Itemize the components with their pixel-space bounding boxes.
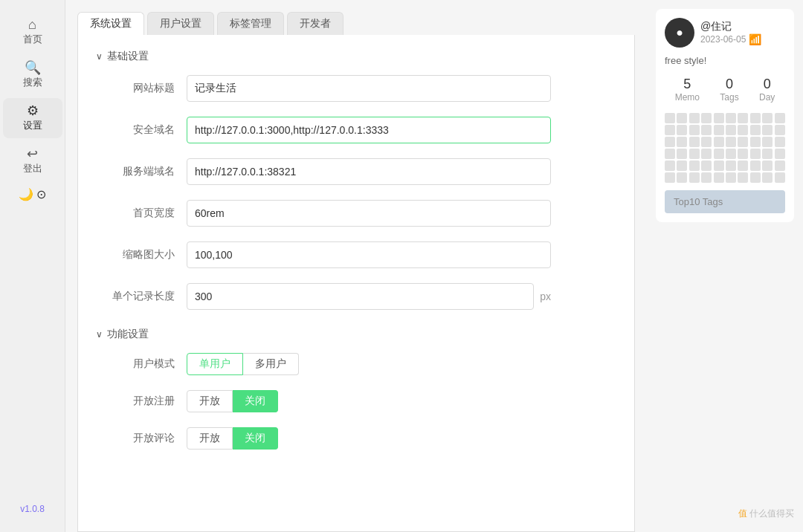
calendar-dot <box>738 113 748 123</box>
label-record-length: 单个记录长度 <box>108 290 175 303</box>
user-mode-toggle: 单用户 多用户 <box>187 353 299 375</box>
record-length-field-wrapper: px <box>187 283 551 310</box>
field-open-comments: 开放评论 开放 关闭 <box>96 427 616 450</box>
calendar-dot <box>665 160 675 171</box>
calendar-dot <box>726 113 736 123</box>
calendar-dot <box>665 172 675 183</box>
calendar-dot <box>714 160 724 171</box>
top10-tags-badge: Top10 Tags <box>665 190 785 213</box>
input-thumbnail-size[interactable] <box>187 241 551 268</box>
stat-memo: 5 Memo <box>675 77 700 103</box>
user-header: ● @住记 2023-06-05 📶 <box>665 18 785 48</box>
registration-toggle: 开放 关闭 <box>187 390 278 412</box>
calendar-dot <box>762 113 773 123</box>
calendar-dot <box>775 172 785 183</box>
tabs-bar: 系统设置 用户设置 标签管理 开发者 <box>65 0 647 35</box>
calendar-dot <box>677 149 687 159</box>
calendar-dot <box>738 160 748 171</box>
label-open-comments: 开放评论 <box>108 432 175 445</box>
label-open-registration: 开放注册 <box>108 395 175 408</box>
user-info: @住记 2023-06-05 📶 <box>700 20 761 45</box>
label-secure-domain: 安全域名 <box>108 123 175 137</box>
calendar-dot <box>714 137 724 147</box>
calendar-dot <box>762 125 773 135</box>
calendar-dot <box>677 137 687 147</box>
home-icon: ⌂ <box>28 18 36 31</box>
calendar-dot <box>665 149 675 159</box>
calendar-dot <box>750 137 761 147</box>
calendar-dot <box>750 172 761 183</box>
btn-multi-user[interactable]: 多用户 <box>243 353 299 375</box>
calendar-dot <box>689 113 700 123</box>
calendar-dot <box>726 149 736 159</box>
calendar-dot <box>738 125 748 135</box>
settings-icon: ⚙ <box>27 104 39 117</box>
watermark: 值 什么值得买 <box>656 505 794 523</box>
sidebar-item-home[interactable]: ⌂ 首页 <box>3 12 62 52</box>
sidebar: ⌂ 首页 🔍 搜索 ⚙ 设置 ↩ 登出 🌙 ⊙ v1.0.8 <box>0 0 65 532</box>
calendar-dot <box>677 113 687 123</box>
calendar-dot <box>701 137 712 147</box>
btn-comments-close[interactable]: 关闭 <box>233 427 278 450</box>
label-user-mode: 用户模式 <box>108 357 175 371</box>
field-secure-domain: 安全域名 <box>96 117 616 143</box>
btn-single-user[interactable]: 单用户 <box>187 353 243 375</box>
field-user-mode: 用户模式 单用户 多用户 <box>96 353 616 375</box>
calendar-dot <box>750 113 761 123</box>
calendar-dot <box>762 172 773 183</box>
calendar-dot <box>665 113 675 123</box>
input-record-length[interactable] <box>187 283 534 310</box>
calendar-dot <box>775 137 785 147</box>
settings-panel: ∨ 基础设置 网站标题 安全域名 服务端域名 首页宽度 缩略图大小 <box>77 35 635 532</box>
tab-tag-management[interactable]: 标签管理 <box>217 12 284 35</box>
user-bio: free style! <box>665 52 785 69</box>
btn-registration-open[interactable]: 开放 <box>187 390 233 412</box>
calendar-dot <box>775 149 785 159</box>
calendar-grid <box>665 110 785 186</box>
calendar-dot <box>714 125 724 135</box>
calendar-dot <box>750 160 761 171</box>
comments-toggle: 开放 关闭 <box>187 427 278 450</box>
tab-developer[interactable]: 开发者 <box>287 12 344 35</box>
px-suffix: px <box>540 291 551 302</box>
input-home-width[interactable] <box>187 200 551 227</box>
sidebar-item-search[interactable]: 🔍 搜索 <box>3 55 62 95</box>
chevron-down-icon-2: ∨ <box>96 329 103 340</box>
input-secure-domain[interactable] <box>187 117 551 143</box>
avatar: ● <box>665 18 694 48</box>
field-open-registration: 开放注册 开放 关闭 <box>96 390 616 412</box>
app-version: v1.0.8 <box>20 504 45 520</box>
calendar-dot <box>665 125 675 135</box>
calendar-dot <box>689 149 700 159</box>
calendar-dot <box>775 113 785 123</box>
basic-settings-section-title[interactable]: ∨ 基础设置 <box>96 50 616 63</box>
calendar-dot <box>750 149 761 159</box>
btn-registration-close[interactable]: 关闭 <box>233 390 278 412</box>
btn-comments-open[interactable]: 开放 <box>187 427 233 450</box>
sidebar-label-search: 搜索 <box>23 76 42 89</box>
sidebar-label-logout: 登出 <box>23 162 42 175</box>
tab-system-settings[interactable]: 系统设置 <box>77 12 144 35</box>
calendar-dot <box>714 149 724 159</box>
sidebar-item-settings[interactable]: ⚙ 设置 <box>3 98 62 138</box>
input-server-domain[interactable] <box>187 158 551 185</box>
main-panel: 系统设置 用户设置 标签管理 开发者 ∨ 基础设置 网站标题 安全域名 <box>65 0 647 532</box>
function-settings-section-title[interactable]: ∨ 功能设置 <box>96 328 616 341</box>
calendar-dot <box>726 125 736 135</box>
calendar-dot <box>726 172 736 183</box>
tab-user-settings[interactable]: 用户设置 <box>147 12 214 35</box>
sidebar-label-settings: 设置 <box>23 119 42 132</box>
input-website-title[interactable] <box>187 75 551 102</box>
calendar-dot <box>677 125 687 135</box>
calendar-dot <box>738 149 748 159</box>
calendar-dot <box>701 160 712 171</box>
calendar-dot <box>738 137 748 147</box>
calendar-dot <box>726 137 736 147</box>
calendar-dot <box>701 149 712 159</box>
sidebar-label-home: 首页 <box>23 33 42 46</box>
sidebar-item-logout[interactable]: ↩ 登出 <box>3 141 62 181</box>
label-home-width: 首页宽度 <box>108 207 175 220</box>
calendar-dot <box>689 172 700 183</box>
calendar-dot <box>689 137 700 147</box>
field-home-width: 首页宽度 <box>96 200 616 227</box>
